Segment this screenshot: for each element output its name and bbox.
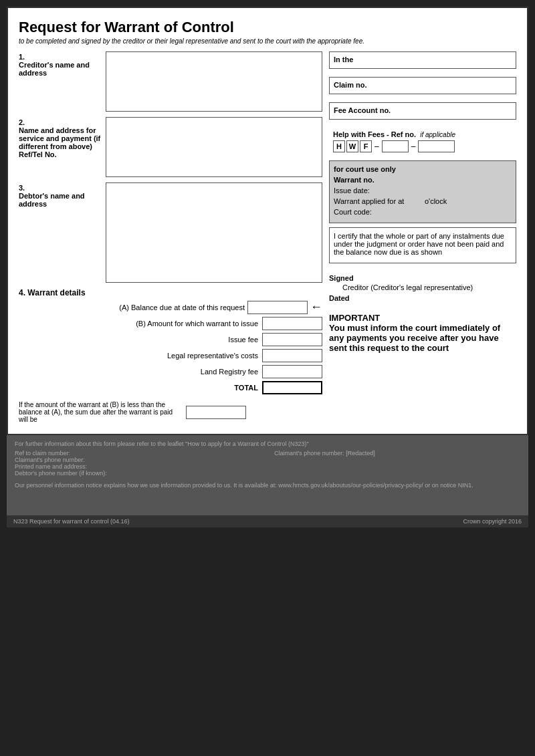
sub-note-text: If the amount of the warrant at (B) is l… [19, 401, 173, 423]
form-subtitle: to be completed and signed by the credit… [19, 37, 516, 45]
arrow-icon: ← [310, 300, 322, 314]
hwf-row: H W F – – [333, 140, 512, 152]
service-address-input[interactable] [106, 117, 322, 177]
important-box: IMPORTANT You must inform the court imme… [329, 310, 516, 356]
certify-box: I certify that the whole or part of any … [329, 227, 516, 263]
amount-warrant-label: (B) Amount for which warrant to issue [136, 320, 258, 328]
land-registry-row: Land Registry fee [19, 365, 322, 378]
sub-note-input[interactable] [186, 406, 246, 419]
footer-right: Crown copyright 2016 [463, 518, 522, 525]
claim-no-field: Claim no. [329, 77, 516, 94]
warrant-applied-label: Warrant applied for at [334, 197, 404, 205]
hwf-dash2: – [410, 142, 417, 151]
court-code-row: Court code: [334, 208, 512, 216]
debtor-input[interactable] [106, 182, 322, 283]
footer-left: N323 Request for warrant of control (04.… [13, 518, 130, 525]
dated-label: Dated [329, 294, 516, 302]
court-code-label: Court code: [334, 208, 372, 216]
help-fees-label: Help with Fees - Ref no. [333, 130, 416, 138]
signed-section: Signed Creditor (Creditor's legal repres… [329, 271, 516, 306]
warrant-applied-row: Warrant applied for at o'clock [334, 197, 512, 205]
footer-bar: N323 Request for warrant of control (04.… [7, 515, 528, 527]
hwf-input2[interactable] [418, 140, 455, 152]
balance-due-label: (A) Balance due at date of this request [119, 303, 245, 311]
bottom-col1: Ref to claim number: Claimant's phone nu… [15, 450, 261, 477]
in-the-label: In the [334, 55, 353, 64]
amount-warrant-input[interactable] [262, 317, 322, 330]
issue-fee-row: Issue fee [19, 333, 322, 346]
legal-rep-input[interactable] [262, 349, 322, 362]
total-label: TOTAL [234, 384, 258, 392]
creditors-input[interactable] [106, 51, 322, 112]
important-title: IMPORTANT [329, 313, 516, 323]
form-title: Request for Warrant of Control [19, 19, 516, 36]
claim-no-label: Claim no. [334, 81, 367, 89]
legal-rep-label: Legal representative's costs [167, 352, 258, 360]
court-use-title: for court use only [334, 165, 512, 173]
warrant-no-label: Warrant no. [334, 176, 374, 184]
warrant-no-row: Warrant no. [334, 176, 512, 184]
help-fees-note: if applicable [420, 131, 455, 138]
service-address-label: 2. Name and address for service and paym… [19, 117, 106, 158]
creditors-label: 1. Creditor's name and address [19, 51, 106, 77]
sub-note-row: If the amount of the warrant at (B) is l… [19, 401, 246, 423]
debtor-label: 3. Debtor's name and address [19, 182, 106, 208]
balance-due-row: (A) Balance due at date of this request … [19, 300, 322, 314]
court-use-box: for court use only Warrant no. Issue dat… [329, 160, 516, 223]
hwf-w: W [346, 140, 358, 152]
certify-text: I certify that the whole or part of any … [334, 232, 512, 256]
hwf-input1[interactable] [382, 140, 409, 152]
signed-label: Signed [329, 274, 516, 282]
signed-value: Creditor (Creditor's legal representativ… [329, 283, 516, 291]
hwf-dash1: – [373, 142, 381, 151]
help-fees-section: Help with Fees - Ref no. if applicable H… [329, 128, 516, 155]
bottom-line1: For further information about this form … [15, 440, 520, 447]
warrant-applied-suffix: o'clock [425, 197, 447, 205]
total-input[interactable] [262, 381, 322, 394]
bottom-col2: Claimant's phone number: [Redacted] [274, 450, 520, 477]
fee-account-label: Fee Account no. [334, 106, 391, 114]
balance-due-input[interactable] [247, 301, 308, 314]
bottom-notes: For further information about this form … [7, 435, 528, 515]
total-row: TOTAL [19, 381, 322, 394]
land-registry-label: Land Registry fee [201, 368, 258, 376]
land-registry-input[interactable] [262, 365, 322, 378]
legal-rep-row: Legal representative's costs [19, 349, 322, 362]
hwf-h: H [333, 140, 345, 152]
issue-fee-input[interactable] [262, 333, 322, 346]
important-text: You must inform the court immediately of… [329, 323, 516, 353]
fine-print: Our personnel information notice explain… [15, 482, 520, 489]
warrant-details-header: 4. Warrant details [19, 288, 322, 297]
issue-date-row: Issue date: [334, 186, 512, 195]
in-the-field: In the [329, 51, 516, 69]
hwf-f: F [360, 140, 372, 152]
issue-fee-label: Issue fee [228, 336, 258, 344]
issue-date-label: Issue date: [334, 186, 370, 195]
amount-warrant-row: (B) Amount for which warrant to issue [19, 317, 322, 330]
fee-account-field: Fee Account no. [329, 102, 516, 120]
